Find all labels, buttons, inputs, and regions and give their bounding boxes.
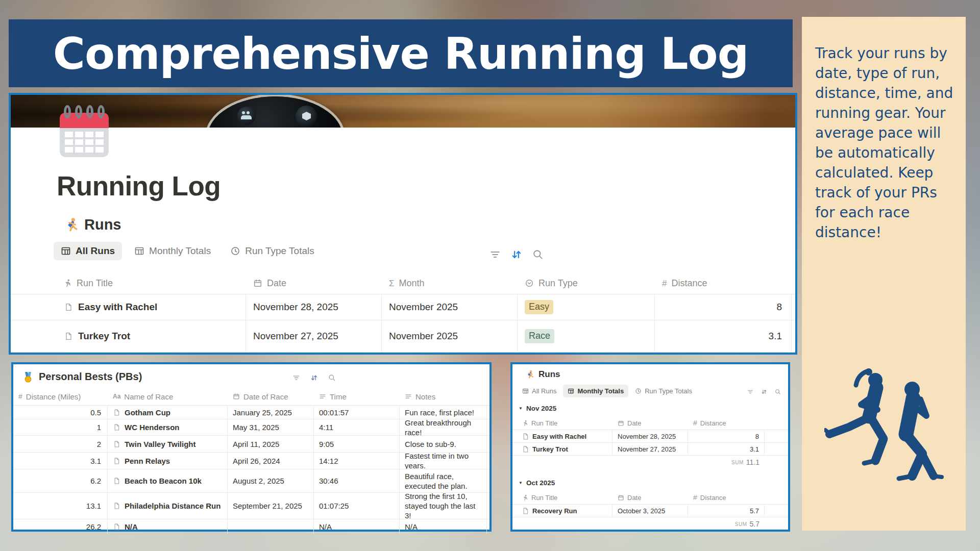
column-distance-miles[interactable]: #Distance (Miles) (13, 388, 108, 405)
filter-icon[interactable] (291, 373, 301, 383)
column-time[interactable]: Time (314, 388, 400, 405)
runs-section-header: Runs (63, 216, 121, 233)
table-toolbar (488, 248, 545, 261)
text-property-icon (405, 393, 412, 400)
table-row[interactable]: Easy with Rachel November 28, 2025 Novem… (11, 294, 795, 320)
panel-title: Runs (538, 369, 560, 380)
table-row[interactable]: Turkey Trot November 27, 2025 November 2… (11, 320, 795, 353)
pb-notes: N/A (400, 519, 487, 534)
tab-run-type-totals[interactable]: Run Type Totals (223, 242, 322, 260)
page-icon (64, 303, 73, 312)
column-date-of-race[interactable]: Date of Race (228, 388, 314, 405)
pb-table-row[interactable]: 0.5Gotham CupJanuary 25, 202500:01:57Fun… (13, 406, 489, 419)
column-distance[interactable]: #Distance (688, 416, 765, 430)
column-run-title[interactable]: Run Title (11, 272, 246, 294)
page-icon (113, 523, 120, 531)
sum-value[interactable]: 5.7 (750, 520, 760, 528)
month-group: ▼Nov 2025Run TitleDate#DistanceEasy with… (512, 403, 788, 469)
column-month[interactable]: Σ Month (382, 272, 518, 294)
pb-time: 4:11 (314, 419, 400, 435)
sum-label: SUM (731, 460, 744, 465)
tab-monthly-totals[interactable]: Monthly Totals (563, 385, 628, 397)
run-distance: 8 (655, 294, 792, 320)
tab-all-runs[interactable]: All Runs (518, 385, 561, 397)
column-date[interactable]: Date (612, 491, 688, 504)
banner-title: Comprehensive Running Log (53, 28, 748, 79)
tab-monthly-totals[interactable]: Monthly Totals (127, 242, 218, 260)
run-date: October 3, 2025 (612, 505, 688, 517)
pb-table-row[interactable]: 26.2N/AN/AN/A (13, 519, 489, 534)
page-icon (113, 502, 120, 510)
page-title: Running Log (57, 170, 220, 202)
tab-all-runs[interactable]: All Runs (54, 242, 122, 260)
column-date[interactable]: Date (246, 272, 382, 294)
pb-distance: 0.5 (13, 406, 108, 419)
run-date: November 27, 2025 (246, 320, 382, 352)
search-icon[interactable] (327, 373, 337, 383)
run-title: Easy with Rachel (512, 430, 612, 442)
column-run-title[interactable]: Run Title (512, 491, 612, 504)
run-title: Easy with Rachel (78, 302, 157, 313)
sum-value[interactable]: 11.1 (746, 458, 760, 466)
runner-property-icon (522, 494, 528, 501)
pb-date: August 2, 2025 (228, 469, 314, 492)
table-view-icon (522, 388, 529, 394)
column-notes[interactable]: Notes (400, 388, 487, 405)
run-title: Recovery Run (512, 505, 612, 517)
view-tabs: All Runs Monthly Totals Run Type Totals (518, 385, 697, 397)
pb-date: September 21, 2025 (228, 493, 314, 519)
monthly-table-row[interactable]: Turkey TrotNovember 27, 20253.1 (512, 443, 788, 456)
pb-date: April 11, 2025 (228, 436, 314, 452)
pb-race-name: Penn Relays (108, 453, 228, 469)
pb-race-name: WC Henderson (108, 419, 228, 435)
filter-icon[interactable] (488, 248, 502, 261)
title-property-icon: Aa (113, 393, 120, 399)
pb-date: April 26, 2024 (228, 453, 314, 469)
monthly-table-row[interactable]: Recovery RunOctober 3, 20255.7 (512, 505, 788, 517)
monthly-table-row[interactable]: Easy with RachelNovember 28, 20258 (512, 430, 788, 443)
tab-run-type-totals[interactable]: Run Type Totals (630, 385, 697, 397)
pb-notes: Close to sub-9. (400, 436, 487, 452)
run-type-badge: Easy (525, 300, 553, 314)
search-icon[interactable] (774, 388, 782, 396)
pb-table-row[interactable]: 6.2Beach to Beacon 10kAugust 2, 202530:4… (13, 469, 489, 493)
pb-distance: 26.2 (13, 519, 108, 534)
description-sidebar: Track your runs by date, type of run, di… (802, 17, 966, 531)
run-date: November 27, 2025 (612, 443, 688, 455)
column-run-title[interactable]: Run Title (512, 416, 612, 430)
number-property-icon: # (693, 419, 697, 427)
search-icon[interactable] (531, 248, 545, 261)
pb-table-row[interactable]: 2Twin Valley TwilightApril 11, 20259:05C… (13, 436, 489, 453)
runner-property-icon (522, 420, 528, 427)
group-toggle[interactable]: ▼Nov 2025 (512, 403, 788, 413)
filter-icon[interactable] (746, 388, 754, 396)
monthly-totals-panel: Runs All Runs Monthly Totals Run Type To… (510, 362, 790, 532)
sort-icon[interactable] (309, 373, 319, 383)
column-run-type[interactable]: Run Type (518, 272, 655, 294)
run-title: Turkey Trot (512, 443, 612, 455)
page-icon (113, 457, 120, 465)
column-date[interactable]: Date (612, 416, 688, 430)
table-view-icon (568, 388, 574, 394)
group-toggle[interactable]: ▼Oct 2025 (512, 478, 788, 488)
sort-icon[interactable] (510, 248, 523, 261)
pb-notes: Fastest time in two years. (400, 453, 487, 469)
column-distance[interactable]: #Distance (688, 491, 765, 504)
all-runs-table: Run Title Date Σ Month Run Type # Distan… (11, 272, 795, 353)
pb-time: 14:12 (314, 453, 400, 469)
table-header-row: Run Title Date Σ Month Run Type # Distan… (11, 272, 795, 294)
sort-icon[interactable] (760, 388, 768, 396)
column-name-of-race[interactable]: AaName of Race (108, 388, 228, 405)
section-title: Runs (84, 216, 121, 233)
pb-date: January 25, 2025 (228, 406, 314, 419)
column-distance[interactable]: # Distance (655, 272, 792, 294)
run-date: November 28, 2025 (612, 430, 688, 442)
sum-row: SUM11.1 (512, 456, 788, 469)
month-group: ▼Oct 2025Run TitleDate#DistanceRecovery … (512, 478, 788, 531)
watch-hexagon-icon (296, 106, 317, 127)
pb-table-row[interactable]: 1WC HendersonMay 31, 20254:11Great break… (13, 419, 489, 436)
run-distance: 3.1 (655, 320, 792, 352)
pb-table-row[interactable]: 3.1Penn RelaysApril 26, 202414:12Fastest… (13, 453, 489, 469)
view-tabs: All Runs Monthly Totals Run Type Totals (54, 242, 322, 260)
pb-table-row[interactable]: 13.1Philadelphia Distance RunSeptember 2… (13, 493, 489, 519)
